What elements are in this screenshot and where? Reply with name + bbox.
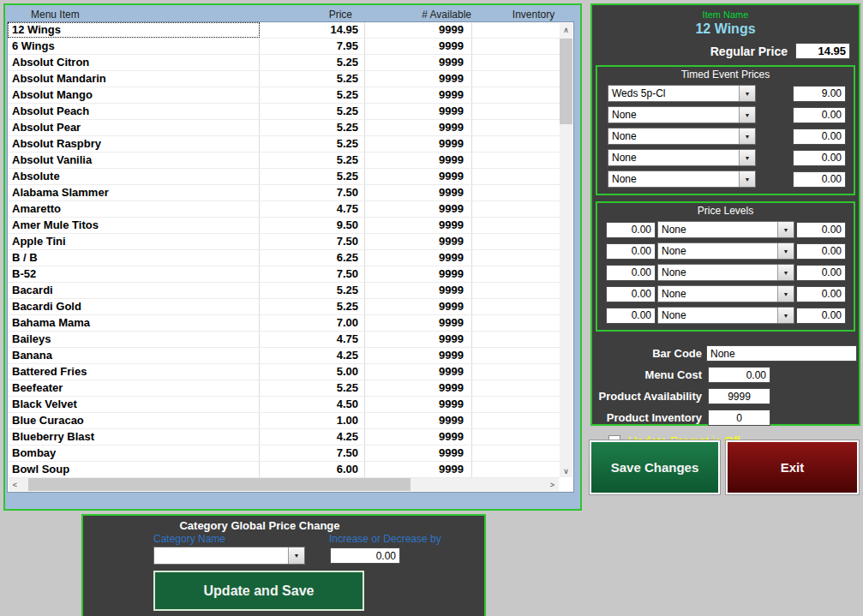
- table-row[interactable]: B-527.509999: [8, 266, 560, 283]
- cell-menu-item: Absolut Mandarin: [8, 71, 260, 87]
- chevron-down-icon[interactable]: ▼: [777, 286, 794, 302]
- product-inventory-input[interactable]: [708, 410, 770, 426]
- horizontal-scroll-thumb[interactable]: [28, 478, 411, 491]
- category-name-select[interactable]: ▼: [153, 547, 305, 565]
- cell-inventory: [472, 87, 560, 103]
- timed-event-price-input[interactable]: [793, 107, 846, 123]
- horizontal-scrollbar[interactable]: < >: [9, 478, 559, 491]
- chevron-down-icon[interactable]: ▼: [288, 547, 304, 564]
- chevron-down-icon[interactable]: ▼: [777, 243, 794, 259]
- product-availability-input[interactable]: [708, 388, 770, 404]
- chevron-down-icon[interactable]: ▼: [777, 308, 794, 323]
- chevron-down-icon[interactable]: ▼: [739, 129, 755, 144]
- column-header-available[interactable]: # Available: [364, 8, 471, 22]
- cell-price: 4.50: [260, 397, 365, 412]
- table-row[interactable]: Amaretto4.759999: [8, 201, 560, 218]
- exit-button[interactable]: Exit: [726, 440, 859, 494]
- table-row[interactable]: Apple Tini7.509999: [8, 234, 560, 250]
- table-row[interactable]: Banana4.259999: [8, 348, 560, 364]
- chevron-down-icon[interactable]: ▼: [777, 265, 794, 280]
- table-row[interactable]: Amer Mule Titos9.509999: [8, 218, 560, 234]
- table-row[interactable]: Absolut Peach5.259999: [8, 104, 560, 120]
- table-row[interactable]: Absolut Vanilia5.259999: [8, 153, 560, 169]
- price-levels-box: Price Levels None▼None▼None▼None▼None▼: [596, 201, 855, 332]
- chevron-down-icon[interactable]: ▼: [739, 107, 755, 123]
- table-row[interactable]: Bacardi5.259999: [8, 283, 560, 299]
- price-level-right-input[interactable]: [796, 308, 846, 324]
- timed-event-select[interactable]: None▼: [608, 128, 756, 145]
- table-row[interactable]: Absolute5.259999: [8, 169, 560, 185]
- vertical-scroll-track[interactable]: [560, 36, 572, 464]
- cell-available: 9999: [365, 120, 472, 135]
- scroll-right-icon[interactable]: >: [546, 478, 559, 491]
- table-row[interactable]: Bowl Soup6.009999: [8, 462, 560, 478]
- price-level-right-input[interactable]: [796, 265, 846, 281]
- table-row[interactable]: Battered Fries5.009999: [8, 364, 560, 380]
- cell-menu-item: Baileys: [8, 332, 260, 347]
- timed-event-select[interactable]: Weds 5p-Cl▼: [608, 85, 756, 102]
- vertical-scroll-thumb[interactable]: [560, 39, 572, 124]
- increase-decrease-input[interactable]: [330, 547, 400, 564]
- table-row[interactable]: 12 Wings14.959999: [8, 22, 560, 39]
- price-level-select[interactable]: None▼: [657, 264, 794, 281]
- price-level-right-input[interactable]: [796, 286, 846, 302]
- timed-event-select[interactable]: None▼: [608, 170, 756, 188]
- price-level-left-input[interactable]: [606, 308, 656, 324]
- timed-event-price-input[interactable]: [793, 129, 846, 145]
- column-header-inventory[interactable]: Inventory: [471, 8, 575, 22]
- regular-price-input[interactable]: [795, 43, 850, 59]
- price-level-left-input[interactable]: [606, 243, 656, 260]
- cell-available: 9999: [365, 153, 472, 168]
- scroll-down-icon[interactable]: ∨: [560, 464, 572, 477]
- table-row[interactable]: Absolut Mandarin5.259999: [8, 71, 560, 87]
- price-level-left-input[interactable]: [606, 265, 656, 281]
- table-row[interactable]: Absolut Mango5.259999: [8, 87, 560, 104]
- table-row[interactable]: Baileys4.759999: [8, 332, 560, 348]
- cell-price: 7.50: [260, 234, 365, 249]
- price-levels-title: Price Levels: [597, 205, 854, 217]
- timed-event-select[interactable]: None▼: [608, 106, 756, 123]
- price-level-select[interactable]: None▼: [657, 285, 794, 302]
- cell-available: 9999: [365, 266, 472, 282]
- price-level-right-input[interactable]: [796, 222, 846, 238]
- horizontal-scroll-track[interactable]: [21, 478, 546, 491]
- table-row[interactable]: Bacardi Gold5.259999: [8, 299, 560, 315]
- table-row[interactable]: 6 Wings7.959999: [8, 39, 560, 55]
- timed-event-select[interactable]: None▼: [608, 149, 756, 166]
- column-header-price[interactable]: Price: [259, 8, 364, 22]
- price-level-select[interactable]: None▼: [657, 242, 794, 260]
- update-and-save-button[interactable]: Update and Save: [153, 571, 364, 611]
- table-row[interactable]: Absolut Raspbry5.259999: [8, 136, 560, 153]
- table-row[interactable]: Blueberry Blast4.259999: [8, 429, 560, 446]
- scroll-left-icon[interactable]: <: [9, 478, 21, 491]
- chevron-down-icon[interactable]: ▼: [777, 222, 794, 237]
- column-header-menu-item[interactable]: Menu Item: [7, 8, 259, 22]
- price-level-left-input[interactable]: [606, 286, 656, 302]
- price-level-select[interactable]: None▼: [657, 221, 794, 238]
- scroll-up-icon[interactable]: ∧: [560, 23, 572, 36]
- table-row[interactable]: Blue Curacao1.009999: [8, 413, 560, 429]
- table-row[interactable]: Absolut Citron5.259999: [8, 55, 560, 71]
- price-level-select[interactable]: None▼: [657, 307, 794, 324]
- table-row[interactable]: Bombay7.509999: [8, 446, 560, 462]
- table-row[interactable]: Alabama Slammer7.509999: [8, 185, 560, 201]
- table-row[interactable]: Bahama Mama7.009999: [8, 315, 560, 332]
- table-row[interactable]: Absolut Pear5.259999: [8, 120, 560, 136]
- price-level-right-input[interactable]: [796, 243, 846, 260]
- chevron-down-icon[interactable]: ▼: [739, 150, 755, 165]
- cell-price: 5.00: [260, 364, 365, 380]
- bar-code-input[interactable]: [706, 345, 857, 362]
- table-row[interactable]: B / B6.259999: [8, 250, 560, 266]
- timed-event-price-input[interactable]: [793, 171, 846, 188]
- chevron-down-icon[interactable]: ▼: [739, 86, 755, 101]
- timed-event-price-input[interactable]: [793, 86, 846, 102]
- menu-cost-input[interactable]: [708, 367, 770, 383]
- save-changes-button[interactable]: Save Changes: [590, 440, 720, 494]
- table-row[interactable]: Black Velvet4.509999: [8, 397, 560, 413]
- timed-event-price-input[interactable]: [793, 150, 846, 166]
- vertical-scrollbar[interactable]: ∧ ∨: [560, 23, 572, 477]
- chevron-down-icon[interactable]: ▼: [739, 171, 755, 187]
- table-row[interactable]: Beefeater5.259999: [8, 380, 560, 397]
- price-level-left-input[interactable]: [606, 222, 656, 238]
- cell-inventory: [472, 185, 560, 200]
